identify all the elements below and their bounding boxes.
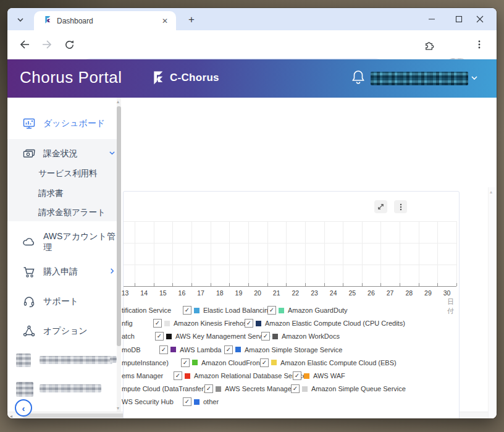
- window-close-button[interactable]: [468, 11, 492, 27]
- blurred-item-icon[interactable]: [16, 354, 31, 367]
- sidebar-nav: ダッシュボード 課金状況 サービス利用料 請求書 請求金額アラート AWSアカウ…: [7, 98, 121, 412]
- legend-swatch: [304, 373, 309, 379]
- scroll-left-icon[interactable]: ◂: [10, 413, 12, 418]
- chevron-down-icon[interactable]: [109, 150, 116, 158]
- legend-checkbox[interactable]: ✓: [260, 358, 269, 367]
- sidebar-item-support[interactable]: サポート: [7, 292, 117, 311]
- sidebar-collapse-button[interactable]: ‹: [15, 399, 32, 417]
- page-vertical-scrollbar[interactable]: ▴ ▾: [488, 187, 496, 418]
- sidebar-item-purchase[interactable]: 購入申請: [7, 263, 117, 281]
- legend-item[interactable]: ✓Amazon Simple Queue Service: [291, 384, 406, 393]
- gridline: [124, 221, 456, 222]
- legend-item[interactable]: ✓Amazon GuardDuty: [267, 306, 348, 315]
- sidebar-scroll-thumb[interactable]: [117, 106, 121, 346]
- legend-checkbox[interactable]: ✓: [293, 371, 301, 380]
- sidebar-item-billing-status[interactable]: 課金状況: [7, 145, 117, 163]
- x-axis-label: 27: [383, 289, 398, 297]
- browser-window: Dashboard ✕ + portal.c-chorus.jp: [7, 8, 497, 418]
- legend-checkbox[interactable]: ✓: [174, 371, 182, 380]
- legend-label: Amazon Relational Database Service: [194, 372, 306, 379]
- legend-item[interactable]: ✓AWS WAF: [293, 371, 345, 380]
- tab-search-chevron-icon[interactable]: [12, 12, 28, 27]
- legend-checkbox[interactable]: ✓: [245, 319, 253, 328]
- legend-checkbox[interactable]: ✓: [181, 358, 190, 367]
- sidebar-scrollbar[interactable]: ▴ ▾: [117, 98, 121, 412]
- gridline: [191, 221, 192, 286]
- legend-item[interactable]: ✓AWS Lambda: [159, 345, 221, 354]
- legend-item[interactable]: ✓Amazon Elastic Compute Cloud (CPU Credi…: [245, 319, 405, 328]
- user-menu-chevron-icon[interactable]: [471, 73, 478, 84]
- legend-label: Amazon Simple Storage Service: [245, 346, 342, 354]
- legend-item[interactable]: ✓AWS Secrets Manager: [204, 384, 293, 393]
- sidebar-item-label: オプション: [43, 326, 88, 337]
- legend-checkbox[interactable]: ✓: [204, 384, 213, 393]
- legend-checkbox[interactable]: ✓: [159, 345, 168, 354]
- legend-item[interactable]: ✓Amazon Relational Database Service: [174, 371, 306, 380]
- new-tab-button[interactable]: +: [184, 12, 199, 27]
- legend-item[interactable]: ✓Amazon WorkDocs: [261, 332, 340, 341]
- window-minimize-button[interactable]: [420, 11, 443, 27]
- legend-checkbox[interactable]: ✓: [153, 319, 162, 328]
- scroll-up-icon[interactable]: ▴: [117, 99, 119, 105]
- user-email-blurred[interactable]: [371, 72, 468, 85]
- sidebar-item-billing-alert[interactable]: 請求金額アラート: [38, 206, 106, 219]
- back-icon[interactable]: [17, 37, 32, 52]
- legend-checkbox[interactable]: ✓: [261, 332, 270, 341]
- blurred-item-badge: [110, 356, 117, 363]
- legend-item[interactable]: ✓other: [183, 397, 219, 406]
- x-axis-label: 30: [440, 289, 455, 297]
- legend-label-partial: WS Security Hub: [122, 398, 174, 405]
- cchorus-logo-icon: [148, 68, 166, 88]
- scroll-down-icon[interactable]: ▾: [117, 405, 119, 412]
- sidebar-item-label: 課金状況: [43, 148, 78, 159]
- x-axis-title: 日付: [447, 297, 459, 316]
- legend-checkbox[interactable]: ✓: [183, 397, 191, 406]
- legend-swatch: [194, 308, 200, 313]
- legend-item[interactable]: ✓Amazon CloudFront: [181, 358, 262, 367]
- sidebar-item-dashboard[interactable]: ダッシュボード: [7, 114, 117, 133]
- legend-swatch: [235, 347, 241, 352]
- x-axis-label: 25: [345, 289, 359, 297]
- sidebar-item-aws-account[interactable]: AWSアカウント管理: [7, 233, 117, 252]
- gridline: [267, 221, 268, 286]
- reload-icon[interactable]: [62, 37, 77, 52]
- sidebar-item-invoice[interactable]: 請求書: [38, 187, 64, 200]
- legend-label-partial: mpute Cloud (DataTransfer): [122, 385, 206, 392]
- sidebar-item-service-fee[interactable]: サービス利用料: [38, 167, 97, 180]
- legend-item[interactable]: ✓AWS Key Management Service: [155, 332, 271, 341]
- legend-checkbox[interactable]: ✓: [267, 306, 276, 315]
- scroll-up-icon[interactable]: ▴: [490, 189, 492, 195]
- tab-dashboard[interactable]: Dashboard ✕: [34, 11, 176, 30]
- chart-card: 131415161718192021222324252627282930 日付 …: [123, 191, 460, 418]
- chevron-right-icon[interactable]: [109, 268, 116, 276]
- chart-menu-kebab-icon[interactable]: [394, 200, 407, 213]
- legend-item[interactable]: ✓Amazon Simple Storage Service: [224, 345, 342, 354]
- browser-menu-kebab-icon[interactable]: [472, 37, 487, 52]
- chart-expand-icon[interactable]: [374, 200, 387, 213]
- legend-checkbox[interactable]: ✓: [155, 332, 164, 341]
- legend-item[interactable]: ✓Elastic Load Balancing: [183, 306, 272, 315]
- blurred-item-icon[interactable]: [16, 382, 33, 397]
- x-axis-label: 17: [193, 289, 208, 297]
- legend-swatch: [272, 334, 278, 339]
- cart-icon: [22, 265, 36, 279]
- legend-checkbox[interactable]: ✓: [291, 384, 300, 393]
- legend-checkbox[interactable]: ✓: [224, 345, 233, 354]
- legend-label-partial: ems Manager: [122, 372, 163, 379]
- notification-bell-icon[interactable]: [351, 69, 366, 88]
- sidebar-item-options[interactable]: オプション: [7, 322, 117, 341]
- x-axis-label: 16: [174, 289, 189, 297]
- extensions-puzzle-icon[interactable]: [421, 37, 436, 52]
- legend-swatch: [256, 321, 261, 326]
- gridline: [437, 221, 438, 286]
- forward-icon[interactable]: [40, 37, 54, 52]
- window-maximize-button[interactable]: [447, 11, 471, 27]
- legend-checkbox[interactable]: ✓: [183, 306, 191, 315]
- tab-title: Dashboard: [57, 17, 160, 25]
- legend-item[interactable]: ✓Amazon Elastic Compute Cloud (EBS): [260, 358, 397, 367]
- legend-item[interactable]: ✓Amazon Kinesis Firehose: [153, 319, 251, 328]
- tab-close-icon[interactable]: ✕: [160, 16, 170, 26]
- legend-swatch: [170, 347, 176, 352]
- billing-icon: [22, 147, 36, 161]
- gridline: [172, 221, 173, 286]
